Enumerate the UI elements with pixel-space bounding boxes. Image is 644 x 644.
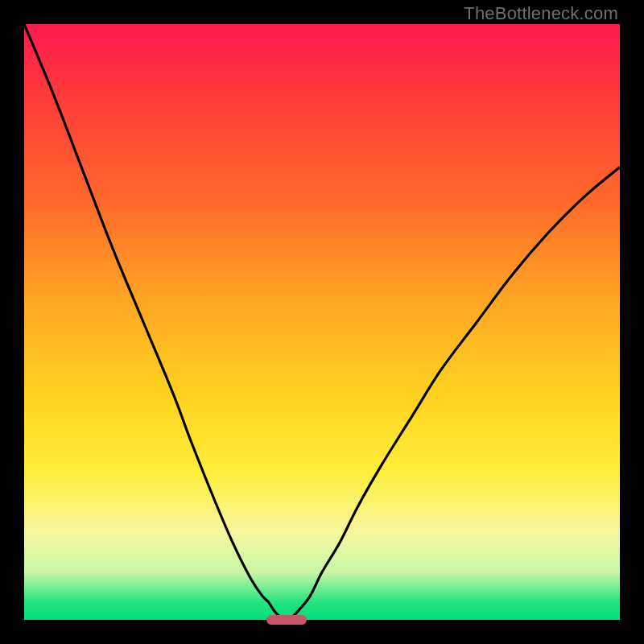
chart-frame: TheBottleneck.com bbox=[0, 0, 644, 644]
right-curve-path bbox=[287, 167, 620, 620]
plot-area bbox=[24, 24, 620, 620]
curve-layer bbox=[24, 24, 620, 620]
min-marker bbox=[266, 615, 307, 625]
left-curve-path bbox=[24, 24, 287, 620]
watermark-text: TheBottleneck.com bbox=[464, 3, 618, 24]
